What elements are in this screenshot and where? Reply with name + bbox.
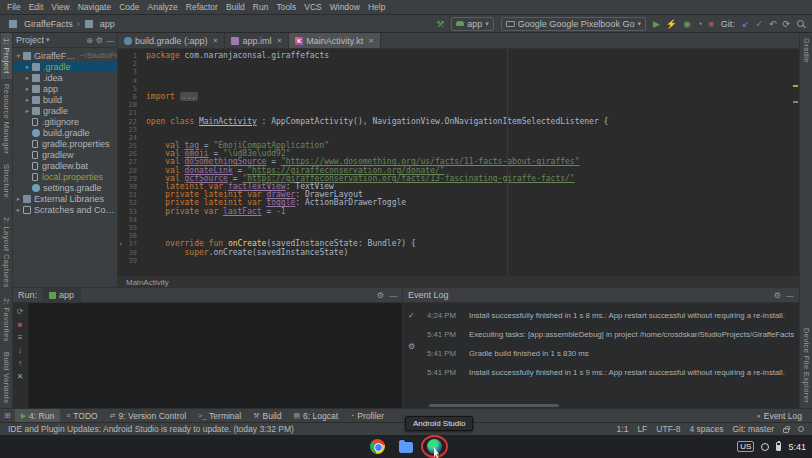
tree-item-gradle[interactable]: ▸gradle	[13, 105, 117, 116]
menu-item-file[interactable]: File	[3, 2, 25, 12]
chrome-icon[interactable]	[370, 439, 385, 454]
debug-button[interactable]: ◉	[683, 19, 691, 29]
tool-stripe-resource-manager[interactable]: Resource Manager	[1, 79, 12, 159]
run-configuration-select[interactable]: app ▾	[451, 17, 494, 31]
menu-item-run[interactable]: Run	[249, 2, 273, 12]
tool-window-button-9-version-control[interactable]: ⇄9: Version Control	[104, 409, 192, 422]
expand-arrow-icon[interactable]: ▸	[24, 107, 31, 115]
expand-arrow-icon[interactable]: ▸	[24, 63, 31, 71]
notification-bell-icon[interactable]	[798, 426, 804, 432]
settings-gear-icon[interactable]: ⚙	[96, 36, 103, 45]
expand-arrow-icon[interactable]: ▸	[24, 96, 31, 104]
apply-changes-button[interactable]: ⚡	[666, 19, 677, 29]
status-widget-git-master[interactable]: Git: master	[732, 424, 774, 434]
hide-panel-icon[interactable]: —	[786, 291, 794, 300]
rerun-button[interactable]: ⟳	[17, 307, 24, 316]
run-tab-app[interactable]: app	[42, 288, 81, 303]
breadcrumb-class[interactable]: MainActivity	[126, 278, 169, 287]
menu-item-help[interactable]: Help	[364, 2, 389, 12]
menu-item-build[interactable]: Build	[222, 2, 249, 12]
menu-item-edit[interactable]: Edit	[25, 2, 48, 12]
git-history-button[interactable]: ⟳	[782, 19, 790, 29]
tool-window-button-6-logcat[interactable]: ▤6: Logcat	[287, 409, 344, 422]
hide-panel-icon[interactable]: —	[389, 291, 397, 300]
editor-tab-app-iml[interactable]: app.iml✕	[225, 33, 289, 48]
tree-item-gradle-properties[interactable]: gradle.properties	[13, 138, 117, 149]
hide-panel-icon[interactable]: —	[106, 36, 114, 45]
status-widget-utf-8[interactable]: UTF-8	[656, 424, 680, 434]
tree-item-gitignore[interactable]: .gitignore	[13, 116, 117, 127]
scroll-up-button[interactable]: ↑	[18, 359, 22, 368]
tree-item-gradlew[interactable]: gradlew	[13, 149, 117, 160]
system-tray[interactable]: US 5:41	[737, 435, 806, 458]
run-button[interactable]: ▶	[653, 19, 660, 29]
tree-item-build[interactable]: ▸build	[13, 94, 117, 105]
files-app-icon[interactable]	[399, 442, 413, 453]
tool-window-button-profiler[interactable]: ◔Profiler	[344, 409, 390, 422]
settings-gear-icon[interactable]: ⚙	[377, 291, 384, 300]
tool-stripe-structure[interactable]: Structure	[1, 159, 12, 203]
expand-arrow-icon[interactable]: ▸	[24, 85, 31, 93]
tool-stripe-build-variants[interactable]: Build Variants	[1, 347, 12, 408]
tool-window-switcher-icon[interactable]: ⊞	[0, 411, 15, 420]
tool-stripe-gradle[interactable]: Gradle	[801, 33, 812, 68]
tree-item-external-libraries[interactable]: ▸External Libraries	[13, 193, 117, 204]
tool-window-button-build[interactable]: ⚒Build	[247, 409, 287, 422]
expand-arrow-icon[interactable]: ▸	[24, 74, 31, 82]
tool-window-button-terminal[interactable]: >_Terminal	[192, 409, 247, 422]
breadcrumb-module[interactable]: app	[100, 19, 115, 29]
horizontal-scrollbar[interactable]	[429, 404, 559, 407]
code-editor[interactable]: 1package com.naranjaconsal.giraffefacts2…	[118, 49, 799, 276]
tree-item-build-gradle[interactable]: build.gradle	[13, 127, 117, 138]
restore-layout-button[interactable]: ≡	[18, 333, 23, 342]
close-tab-icon[interactable]: ✕	[213, 37, 219, 45]
tool-stripe-1-project[interactable]: 1: Project	[1, 33, 12, 79]
scroll-down-button[interactable]: ↓	[18, 346, 22, 355]
menu-item-code[interactable]: Code	[115, 2, 143, 12]
status-message[interactable]: IDE and Plugin Updates: Android Studio i…	[8, 424, 294, 434]
git-update-button[interactable]: ↙	[742, 19, 750, 29]
status-widget-4-spaces[interactable]: 4 spaces	[689, 424, 723, 434]
event-log-content[interactable]: ✓⚙ 4:24 PMInstall successfully finished …	[403, 303, 799, 408]
project-panel-title[interactable]: Project	[16, 35, 44, 45]
tree-item-gradle[interactable]: ▸.gradle	[13, 61, 117, 72]
close-tab-icon[interactable]: ✕	[368, 37, 374, 45]
device-select[interactable]: Google Google Pixelbook Go ▾	[501, 17, 646, 31]
status-widget-1-1[interactable]: 1:1	[617, 424, 629, 434]
tree-item-giraffefacts[interactable]: ▾GiraffeFacts~/StudioPro	[13, 50, 117, 61]
tree-item-settings-gradle[interactable]: settings.gradle	[13, 182, 117, 193]
build-hammer-icon[interactable]: ⚒	[436, 19, 444, 29]
tool-stripe-2-layout-captures[interactable]: 2: Layout Captures	[1, 212, 12, 293]
expand-arrow-icon[interactable]: ▸	[15, 195, 22, 203]
android-studio-shelf-item[interactable]	[427, 439, 442, 454]
tree-item-app[interactable]: ▸app	[13, 83, 117, 94]
tree-item-local-properties[interactable]: local.properties	[13, 171, 117, 182]
tool-stripe-device-file-explorer[interactable]: Device File Explorer	[801, 323, 812, 408]
notifications-check-icon[interactable]: ✓	[408, 311, 415, 320]
expand-arrow-icon[interactable]: ▸	[15, 206, 22, 214]
menu-item-navigate[interactable]: Navigate	[74, 2, 116, 12]
lock-icon[interactable]	[783, 428, 789, 433]
stop-console-button[interactable]: ■	[18, 320, 23, 329]
clear-all-button[interactable]: ✕	[17, 372, 24, 381]
close-tab-icon[interactable]: ✕	[276, 37, 282, 45]
tree-item-idea[interactable]: ▸.idea	[13, 72, 117, 83]
keyboard-layout-indicator[interactable]: US	[737, 441, 754, 452]
search-everywhere-icon[interactable]	[797, 20, 804, 27]
menu-item-analyze[interactable]: Analyze	[144, 2, 182, 12]
tree-item-gradlew-bat[interactable]: gradlew.bat	[13, 160, 117, 171]
editor-tab-mainactivity-kt[interactable]: KMainActivity.kt✕	[289, 33, 381, 48]
settings-gear-icon[interactable]: ⚙	[774, 291, 781, 300]
tool-window-button-4-run[interactable]: ▶4: Run	[15, 409, 60, 422]
tree-item-scratches-and-consoles[interactable]: ▸Scratches and Consoles	[13, 204, 117, 215]
tool-stripe-2-favorites[interactable]: 2: Favorites	[1, 293, 12, 347]
menu-item-window[interactable]: Window	[326, 2, 364, 12]
tool-window-button-event-log[interactable]: ●Event Log	[750, 409, 808, 422]
expand-arrow-icon[interactable]: ▾	[15, 52, 22, 60]
breadcrumb-project[interactable]: GiraffeFacts	[24, 19, 73, 29]
stop-button[interactable]: ■	[708, 19, 713, 29]
editor-tab-build-gradle-app[interactable]: build.gradle (:app)✕	[118, 33, 225, 48]
menu-item-refactor[interactable]: Refactor	[182, 2, 222, 12]
tool-window-button-todo[interactable]: ≡TODO	[60, 409, 104, 422]
menu-item-tools[interactable]: Tools	[272, 2, 300, 12]
